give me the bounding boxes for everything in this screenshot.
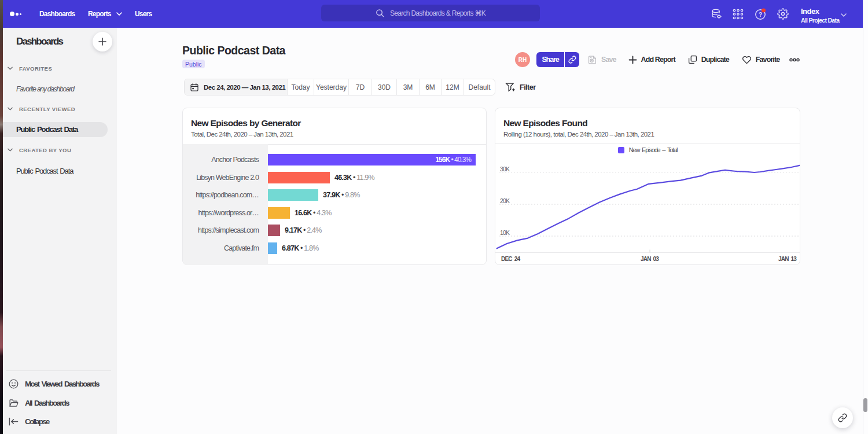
svg-text:?: ? — [759, 12, 762, 18]
